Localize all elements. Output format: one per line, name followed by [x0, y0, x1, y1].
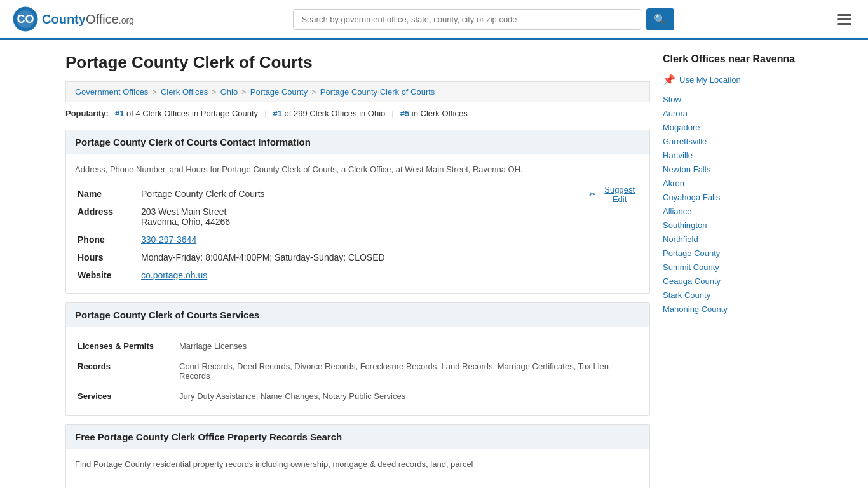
- sidebar-nearby-list: Stow Aurora Mogadore Garrettsville Hartv…: [663, 92, 803, 316]
- address-line2: Ravenna, Ohio, 44266: [141, 217, 587, 227]
- website-label: Website: [75, 266, 139, 284]
- nearby-mogadore[interactable]: Mogadore: [663, 123, 700, 132]
- sidebar-link-geauga-county: Geauga County: [663, 274, 803, 288]
- popularity-item-2: #1 of 299 Clerk Offices in Ohio: [273, 109, 386, 118]
- sidebar-link-cuyahoga-falls: Cuyahoga Falls: [663, 190, 803, 204]
- breadcrumb-sep: >: [212, 87, 217, 97]
- name-value: Portage County Clerk of Courts: [139, 185, 589, 203]
- contact-section: Portage County Clerk of Courts Contact I…: [65, 130, 650, 294]
- services-label: Services: [75, 386, 177, 406]
- services-section: Portage County Clerk of Courts Services …: [65, 302, 650, 416]
- nearby-northfield[interactable]: Northfield: [663, 234, 698, 244]
- nearby-newton-falls[interactable]: Newton Falls: [663, 165, 710, 174]
- property-description: Find Portage County residential property…: [75, 458, 641, 471]
- services-table: Licenses & Permits Marriage Licenses Rec…: [75, 336, 641, 406]
- phone-value: 330-297-3644: [139, 231, 589, 248]
- address-label: Address: [75, 203, 139, 231]
- suggest-edit-label: Suggest Edit: [599, 185, 641, 204]
- nearby-akron[interactable]: Akron: [663, 179, 684, 188]
- services-section-header: Portage County Clerk of Courts Services: [66, 303, 649, 327]
- sidebar: Clerk Offices near Ravenna 📌 Use My Loca…: [663, 53, 803, 488]
- sidebar-title: Clerk Offices near Ravenna: [663, 53, 803, 66]
- breadcrumb-sep: >: [311, 87, 316, 97]
- nearby-geauga-county[interactable]: Geauga County: [663, 276, 721, 286]
- suggest-edit-button[interactable]: ✂ Suggest Edit: [589, 185, 641, 204]
- popularity-item-1: #1 of 4 Clerk Offices in Portage County: [115, 109, 258, 118]
- website-link[interactable]: co.portage.oh.us: [141, 270, 207, 280]
- breadcrumb-current[interactable]: Portage County Clerk of Courts: [320, 87, 435, 97]
- address-line1: 203 West Main Street: [141, 207, 587, 217]
- search-area: 🔍: [293, 8, 674, 30]
- popularity-item-3: #5 in Clerk Offices: [400, 109, 468, 118]
- contact-section-header: Portage County Clerk of Courts Contact I…: [66, 130, 649, 154]
- location-pin-icon: 📌: [663, 74, 675, 86]
- contact-website-row: Website co.portage.oh.us: [75, 266, 589, 284]
- breadcrumb: Government Offices > Clerk Offices > Ohi…: [65, 81, 650, 102]
- main-wrapper: Portage County Clerk of Courts Governmen…: [53, 40, 815, 488]
- licenses-value: Marriage Licenses: [177, 336, 641, 356]
- nearby-cuyahoga-falls[interactable]: Cuyahoga Falls: [663, 193, 720, 202]
- contact-info-row: Name Portage County Clerk of Courts Addr…: [75, 185, 641, 284]
- search-button[interactable]: 🔍: [646, 8, 674, 30]
- popularity-divider: |: [391, 109, 393, 118]
- sidebar-link-stow: Stow: [663, 92, 803, 106]
- content: Portage County Clerk of Courts Governmen…: [65, 53, 650, 488]
- menu-line: [837, 14, 851, 16]
- sidebar-link-akron: Akron: [663, 176, 803, 190]
- nearby-stow[interactable]: Stow: [663, 95, 681, 104]
- nearby-stark-county[interactable]: Stark County: [663, 290, 710, 300]
- breadcrumb-government-offices[interactable]: Government Offices: [75, 87, 148, 97]
- nearby-hartville[interactable]: Hartville: [663, 151, 693, 160]
- popularity-divider: |: [264, 109, 266, 118]
- search-input[interactable]: [293, 9, 641, 30]
- nearby-aurora[interactable]: Aurora: [663, 109, 688, 118]
- services-section-body: Licenses & Permits Marriage Licenses Rec…: [66, 327, 649, 415]
- address-value: 203 West Main Street Ravenna, Ohio, 4426…: [139, 203, 589, 231]
- contact-section-body: Address, Phone Number, and Hours for Por…: [66, 154, 649, 293]
- records-label: Records: [75, 356, 177, 386]
- popularity-label: Popularity:: [65, 109, 109, 118]
- popularity-bar: Popularity: #1 of 4 Clerk Offices in Por…: [65, 109, 650, 118]
- use-my-location-link[interactable]: Use My Location: [679, 75, 741, 85]
- sidebar-link-aurora: Aurora: [663, 106, 803, 120]
- services-value: Jury Duty Assistance, Name Changes, Nota…: [177, 386, 641, 406]
- sidebar-link-garrettsville: Garrettsville: [663, 134, 803, 148]
- logo-text: CountyOffice.org: [42, 12, 134, 27]
- licenses-label: Licenses & Permits: [75, 336, 177, 356]
- sidebar-link-stark-county: Stark County: [663, 288, 803, 302]
- nearby-southington[interactable]: Southington: [663, 220, 707, 230]
- services-row-services: Services Jury Duty Assistance, Name Chan…: [75, 386, 641, 406]
- search-icon: 🔍: [654, 14, 667, 25]
- phone-link[interactable]: 330-297-3644: [141, 234, 196, 245]
- contact-description: Address, Phone Number, and Hours for Por…: [75, 163, 641, 176]
- page-title: Portage County Clerk of Courts: [65, 53, 650, 72]
- breadcrumb-sep: >: [241, 87, 247, 97]
- sidebar-link-alliance: Alliance: [663, 204, 803, 218]
- nearby-alliance[interactable]: Alliance: [663, 207, 692, 216]
- sidebar-link-southington: Southington: [663, 218, 803, 232]
- breadcrumb-ohio[interactable]: Ohio: [220, 87, 238, 97]
- hours-value: Monday-Friday: 8:00AM-4:00PM; Saturday-S…: [139, 248, 589, 266]
- nearby-garrettsville[interactable]: Garrettsville: [663, 137, 707, 146]
- header: CO CountyOffice.org 🔍: [0, 0, 868, 40]
- nearby-mahoning-county[interactable]: Mahoning County: [663, 304, 728, 314]
- breadcrumb-clerk-offices[interactable]: Clerk Offices: [161, 87, 208, 97]
- contact-phone-row: Phone 330-297-3644: [75, 231, 589, 248]
- hours-label: Hours: [75, 248, 139, 266]
- breadcrumb-portage-county[interactable]: Portage County: [250, 87, 308, 97]
- sidebar-use-location: 📌 Use My Location: [663, 74, 803, 86]
- breadcrumb-sep: >: [152, 87, 157, 97]
- nearby-summit-county[interactable]: Summit County: [663, 262, 719, 272]
- property-section: Free Portage County Clerk Office Propert…: [65, 424, 650, 489]
- logo-area: CO CountyOffice.org: [13, 6, 134, 32]
- phone-label: Phone: [75, 231, 139, 248]
- menu-button[interactable]: [834, 10, 855, 29]
- contact-name-row: Name Portage County Clerk of Courts: [75, 185, 589, 203]
- nearby-portage-county[interactable]: Portage County: [663, 248, 720, 258]
- menu-line: [837, 18, 851, 20]
- contact-address-row: Address 203 West Main Street Ravenna, Oh…: [75, 203, 589, 231]
- property-section-header: Free Portage County Clerk Office Propert…: [66, 425, 649, 449]
- sidebar-link-mahoning-county: Mahoning County: [663, 302, 803, 316]
- sidebar-link-mogadore: Mogadore: [663, 120, 803, 134]
- property-section-body: Find Portage County residential property…: [66, 449, 649, 489]
